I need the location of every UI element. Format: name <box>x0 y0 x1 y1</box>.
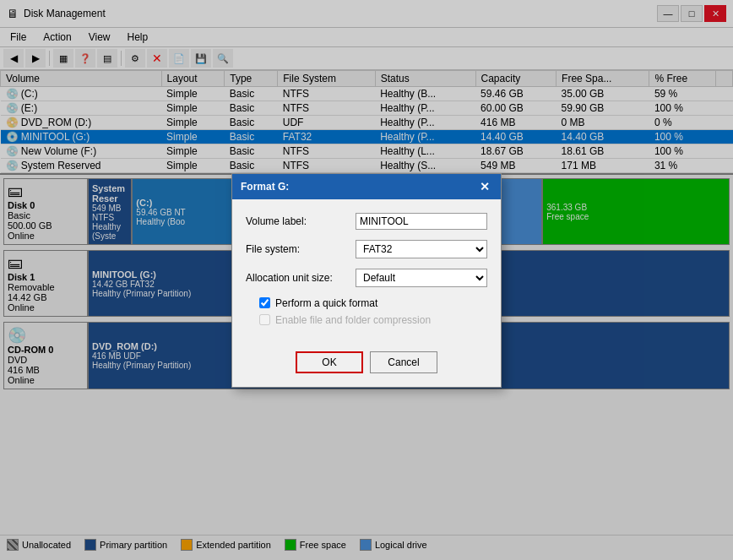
modal-overlay: Format G: ✕ Volume label: File system: N… <box>0 0 733 554</box>
compression-checkbox[interactable] <box>259 314 270 325</box>
allocation-unit-label: Allocation unit size: <box>246 272 356 284</box>
modal-close-button[interactable]: ✕ <box>477 179 492 194</box>
file-system-control: NTFS FAT32 exFAT <box>356 240 487 258</box>
cancel-button[interactable]: Cancel <box>370 351 437 373</box>
modal-buttons: OK Cancel <box>232 345 501 387</box>
allocation-unit-control: Default 512 1024 2048 4096 <box>356 269 487 287</box>
allocation-unit-row: Allocation unit size: Default 512 1024 2… <box>246 269 487 287</box>
format-dialog: Format G: ✕ Volume label: File system: N… <box>231 173 502 388</box>
modal-title: Format G: <box>241 181 289 193</box>
quick-format-row: Perform a quick format <box>259 297 487 309</box>
ok-button[interactable]: OK <box>296 351 363 373</box>
quick-format-label: Perform a quick format <box>275 297 377 309</box>
file-system-row: File system: NTFS FAT32 exFAT <box>246 240 487 258</box>
compression-label: Enable file and folder compression <box>275 314 431 326</box>
volume-label-input[interactable] <box>356 213 487 230</box>
volume-label-control <box>356 213 487 230</box>
volume-label-row: Volume label: <box>246 213 487 230</box>
modal-body: Volume label: File system: NTFS FAT32 ex… <box>232 199 501 345</box>
file-system-select[interactable]: NTFS FAT32 exFAT <box>356 240 487 258</box>
allocation-unit-select[interactable]: Default 512 1024 2048 4096 <box>356 269 487 287</box>
modal-title-bar: Format G: ✕ <box>232 174 501 199</box>
quick-format-checkbox[interactable] <box>259 297 270 308</box>
compression-row: Enable file and folder compression <box>259 314 487 326</box>
file-system-label: File system: <box>246 243 356 255</box>
volume-label-label: Volume label: <box>246 215 356 227</box>
